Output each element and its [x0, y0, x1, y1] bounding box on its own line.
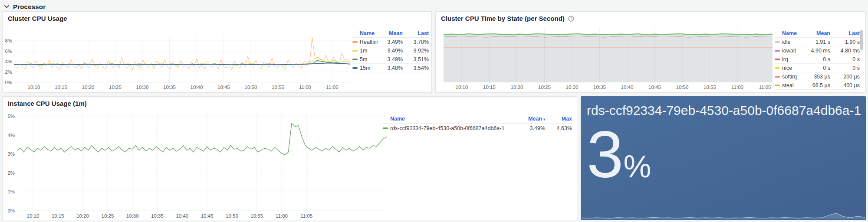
series-last: 400 µs: [830, 82, 860, 88]
legend-swatch-col: [352, 33, 358, 34]
stat-value-number: 3: [587, 121, 624, 187]
legend-row: steal66.5 µs400 µs: [775, 81, 860, 90]
series-name[interactable]: 5m: [360, 56, 378, 62]
y-tick-label: 6%: [5, 49, 12, 54]
series-swatch: [775, 41, 780, 43]
series-swatch: [352, 41, 358, 43]
x-tick-label: 10:15: [55, 85, 67, 90]
x-tick-label: 10:20: [511, 85, 523, 90]
y-tick-label: 2%: [7, 170, 15, 176]
panel-cpu-time-by-state: Cluster CPU Time by State (per Second) 1…: [435, 11, 866, 93]
legend-header-mean[interactable]: Mean: [797, 30, 830, 36]
stat-value-unit: %: [624, 151, 651, 182]
x-tick-label: 10:55: [272, 85, 284, 90]
x-tick-label: 10:45: [648, 85, 661, 90]
x-tick-label: 11:00: [299, 85, 311, 90]
x-tick-label: 10:30: [126, 213, 139, 219]
x-tick-label: 11:00: [731, 85, 743, 90]
y-tick-label: 2%: [5, 69, 12, 75]
x-tick-label: 10:35: [151, 213, 164, 219]
x-tick-label: 10:40: [621, 85, 634, 90]
panel-stat-cpu: rds-ccf92334-79eb-4530-a50b-0f6687a4db6a…: [581, 96, 866, 220]
chevron-down-icon: [4, 5, 9, 8]
series-name[interactable]: 15m: [360, 65, 378, 71]
legend-header-name[interactable]: Name: [390, 116, 512, 122]
x-tick-label: 10:35: [163, 85, 176, 90]
x-tick-label: 10:40: [191, 85, 203, 90]
series-name[interactable]: steal: [782, 82, 797, 88]
series-swatch: [775, 67, 780, 69]
legend-header-mean[interactable]: Mean▾: [512, 116, 545, 122]
series-name[interactable]: idle: [782, 39, 797, 45]
stat-title[interactable]: rds-ccf92334-79eb-4530-a50b-0f6687a4db6a…: [587, 103, 862, 118]
legend-row: nice0 s0 s: [775, 64, 860, 72]
series-mean: 3.49%: [378, 48, 403, 54]
y-tick-label: 4%: [7, 133, 15, 138]
stat-sparkline: [582, 212, 865, 219]
x-tick-label: 10:15: [483, 85, 496, 90]
series-swatch: [775, 50, 780, 52]
x-tick-label: 10:35: [593, 85, 606, 90]
series-line-realtime: [14, 38, 350, 70]
series-mean: 4.90 ms: [797, 48, 830, 54]
panel-cluster-cpu-usage: Cluster CPU Usage 0%2%4%6%8%10:1010:1510…: [2, 11, 432, 93]
x-tick-label: 10:50: [226, 213, 238, 219]
series-name[interactable]: Realtime: [360, 39, 378, 45]
legend-row: idle1.91 s1.90 s: [775, 38, 860, 46]
y-tick-label: 8%: [5, 38, 12, 43]
legend-instance: NameMean▾Maxrds-ccf92334-79eb-4530-a50b-…: [383, 114, 572, 133]
x-tick-label: 10:10: [456, 85, 468, 90]
x-tick-label: 10:45: [201, 213, 214, 219]
legend-row: irq0 s0 s: [775, 55, 860, 64]
series-last: 3.51%: [403, 56, 429, 62]
x-tick-label: 10:50: [676, 85, 689, 90]
legend-header-last[interactable]: Last: [403, 30, 429, 36]
series-last: 3.54%: [403, 65, 429, 71]
y-tick-label: 4%: [5, 59, 12, 64]
x-tick-label: 10:30: [566, 85, 579, 90]
legend-swatch-col: [383, 118, 388, 120]
series-mean: 3.49%: [512, 125, 545, 131]
series-name[interactable]: rds-ccf92334-79eb-4530-a50b-0f6687a4db6a…: [390, 125, 512, 131]
series-name[interactable]: 1m: [360, 48, 378, 54]
stacked-area-fill: [444, 35, 773, 82]
y-tick-label: 3%: [7, 151, 15, 157]
x-tick-label: 10:25: [109, 85, 122, 90]
x-tick-label: 11:05: [326, 85, 339, 90]
y-tick-label: 0%: [7, 208, 15, 213]
legend-header-last[interactable]: Last: [830, 30, 860, 36]
legend-header-mean[interactable]: Mean: [378, 30, 403, 36]
legend-swatch-col: [775, 33, 780, 34]
x-tick-label: 10:10: [28, 85, 40, 90]
dashboard: Processor Cluster CPU Usage 0%2%4%6%8%10…: [0, 0, 868, 222]
series-mean: 3.48%: [378, 65, 403, 71]
legend-row: 1m3.49%3.92%: [352, 46, 429, 55]
legend-header-max[interactable]: Max: [545, 116, 572, 122]
series-last: 1.90 s: [830, 39, 860, 45]
series-name[interactable]: softirq: [782, 74, 797, 80]
series-mean: 0 s: [797, 65, 830, 71]
series-swatch: [775, 76, 780, 78]
row-header-processor[interactable]: Processor: [4, 2, 46, 11]
series-swatch: [352, 67, 358, 69]
series-name[interactable]: iowait: [782, 48, 797, 54]
legend-header-name[interactable]: Name: [782, 30, 797, 36]
series-name[interactable]: irq: [782, 56, 797, 62]
x-tick-label: 10:20: [76, 213, 89, 219]
series-last: 4.80 ms: [830, 48, 860, 54]
series-swatch: [775, 59, 780, 60]
legend-cluster: NameMeanLastRealtime3.49%3.78%1m3.49%3.9…: [352, 29, 429, 72]
legend-scrollbar[interactable]: [860, 30, 863, 50]
x-tick-label: 10:45: [217, 85, 230, 90]
sparkline-line: [582, 213, 865, 218]
series-mean: 66.5 µs: [797, 82, 830, 88]
x-tick-label: 11:05: [300, 213, 312, 219]
legend-header-name[interactable]: Name: [360, 30, 378, 36]
legend-row: softirq353 µs200 µs: [775, 72, 860, 81]
series-mean: 3.49%: [378, 39, 403, 45]
series-last: 200 µs: [830, 74, 860, 80]
series-mean: 1.91 s: [797, 39, 830, 45]
y-tick-label: 1%: [7, 189, 15, 194]
series-name[interactable]: nice: [782, 65, 797, 71]
x-tick-label: 10:55: [704, 85, 716, 90]
